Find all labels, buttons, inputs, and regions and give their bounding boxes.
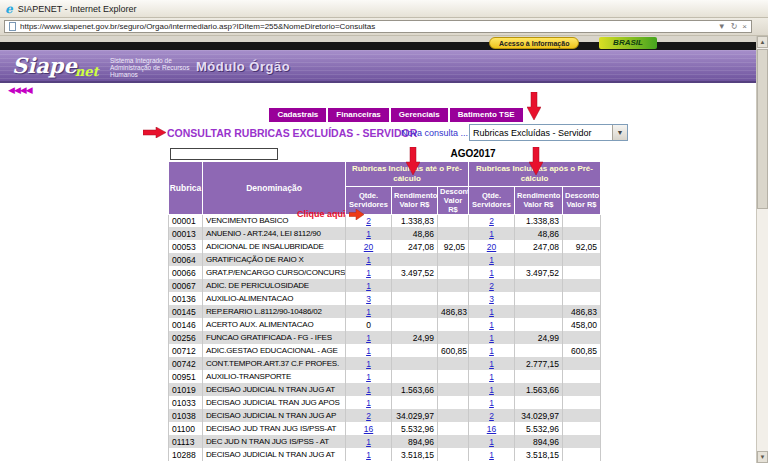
qtde-servidores-link[interactable]: 2 [489,281,494,291]
rubrica-cell: 00067 [169,279,203,292]
refresh-icon[interactable]: ↻ [731,23,738,31]
acesso-informacao-button[interactable]: Acesso à Informação [489,37,579,49]
qtde-servidores-link[interactable]: 1 [366,372,371,382]
desconto-cell [563,266,601,279]
filter-input[interactable] [170,148,278,160]
desconto-cell [438,422,469,435]
qtde-servidores-link[interactable]: 20 [487,242,496,252]
address-bar: https://www.siapenet.gov.br/seguro/Orgao… [0,18,768,36]
logo-net: net [75,64,99,79]
qtde-servidores-link[interactable]: 3 [489,294,494,304]
back-arrows-icon[interactable]: ◀◀◀◀ [8,85,32,95]
rendimento-cell: 3.497,52 [392,266,438,279]
qtde-servidores-link[interactable]: 1 [489,320,494,330]
qtde-cell: 20 [469,240,515,253]
qtde-servidores-link[interactable]: 1 [366,385,371,395]
qtde-servidores-link[interactable]: 16 [364,424,373,434]
qtde-servidores-link[interactable]: 1 [489,398,494,408]
qtde-servidores-link[interactable]: 1 [489,385,494,395]
qtde-servidores-link[interactable]: 1 [489,372,494,382]
scroll-down-icon[interactable]: ▼ [757,451,768,463]
qtde-servidores-link[interactable]: 16 [487,424,496,434]
denominacao-cell: ADIC. DE PERICULOSIDADE [203,279,346,292]
qtde-servidores-link[interactable]: 1 [489,268,494,278]
qtde-servidores-link[interactable]: 1 [366,398,371,408]
qtde-servidores-link[interactable]: 3 [366,294,371,304]
nav-tabs: CadastraisFinanceirasGerenciaisBatimento… [0,103,768,122]
qtde-cell: 1 [346,357,392,370]
scrollbar-thumb[interactable] [757,49,768,209]
vertical-scrollbar[interactable]: ▲ ▼ [756,36,768,463]
table-row: 00053ADICIONAL DE INSALUBRIDADE20247,089… [169,240,601,253]
qtde-cell: 0 [346,318,392,331]
rendimento-cell: 34.029,97 [515,409,563,422]
rubrica-cell: 00256 [169,331,203,344]
denominacao-cell: ADICIONAL DE INSALUBRIDADE [203,240,346,253]
url-input[interactable]: https://www.siapenet.gov.br/seguro/Orgao… [4,20,752,33]
desconto-cell [563,422,601,435]
table-row: 00742CONT.TEMPOR.ART.37 C.F PROFES.112.7… [169,357,601,370]
qtde-servidores-link[interactable]: 2 [366,216,371,226]
rubrica-cell: 00001 [169,214,203,227]
title-bar: e SIAPENET - Internet Explorer [0,0,768,18]
qtde-servidores-link[interactable]: 1 [366,333,371,343]
table-row: 01038DECISAO JUDICIAL N TRAN JUG AP234.0… [169,409,601,422]
qtde-servidores-link[interactable]: 1 [366,307,371,317]
denominacao-cell: DECISAO JUD TRAN JUG IS/PSS-AT [203,422,346,435]
qtde-servidores-link[interactable]: 1 [366,437,371,447]
qtde-servidores-link[interactable]: 1 [489,437,494,447]
rendimento-cell: 3.518,15 [515,448,563,461]
table-filter-cell [169,147,346,161]
nova-consulta-select[interactable]: Rubricas Excluídas - Servidor ▼ [469,124,628,141]
siapenet-header: Siapenet Sistema Integrado de Administra… [0,50,768,83]
autocomplete-dropdown-icon[interactable]: ▼ [718,23,726,31]
qtde-servidores-link[interactable]: 2 [489,411,494,421]
rubrica-cell: 10288 [169,448,203,461]
nav-tab-financeiras[interactable]: Financeiras [328,108,388,122]
qtde-servidores-link[interactable]: 20 [364,242,373,252]
qtde-servidores-link[interactable]: 1 [489,346,494,356]
desconto-cell [563,331,601,344]
desconto-cell: 92,05 [438,240,469,253]
nav-tab-gerenciais[interactable]: Gerenciais [391,108,448,122]
qtde-servidores-link[interactable]: 1 [366,255,371,265]
stop-icon[interactable]: × [742,23,747,31]
internet-explorer-icon: e [5,3,13,15]
qtde-cell: 1 [346,448,392,461]
desconto-cell: 486,83 [438,305,469,318]
nav-tab-batimento-tse[interactable]: Batimento TSE [450,108,523,122]
col-header-desconto-2: Desconto Valor R$ [563,186,601,214]
nav-tab-cadastrais[interactable]: Cadastrais [269,108,326,122]
rubrica-cell: 00064 [169,253,203,266]
qtde-cell: 1 [469,331,515,344]
qtde-servidores-link[interactable]: 2 [366,411,371,421]
qtde-servidores-link[interactable]: 1 [366,359,371,369]
qtde-cell: 2 [346,409,392,422]
table-row: 01100DECISAO JUD TRAN JUG IS/PSS-AT165.5… [169,422,601,435]
group-header-apos-pre-calculo: Rubricas Incluídas após o Pré-cálculo [469,161,601,186]
table-row: 00001VENCIMENTO BASICO21.338,8321.338,83 [169,214,601,227]
table-row: 00256FUNCAO GRATIFICADA - FG - IFES124,9… [169,331,601,344]
scroll-up-icon[interactable]: ▲ [757,36,768,48]
qtde-servidores-link[interactable]: 1 [489,333,494,343]
qtde-servidores-link[interactable]: 1 [489,359,494,369]
qtde-servidores-link[interactable]: 1 [366,346,371,356]
brasil-logo[interactable]: BRASIL [599,37,657,49]
rubrica-cell: 00013 [169,227,203,240]
qtde-servidores-link[interactable]: 1 [366,281,371,291]
qtde-servidores-link[interactable]: 1 [489,229,494,239]
chevron-down-icon[interactable]: ▼ [612,125,627,140]
qtde-cell: 1 [346,435,392,448]
qtde-servidores-link[interactable]: 1 [366,450,371,460]
desconto-cell: 458,00 [563,318,601,331]
qtde-servidores-link[interactable]: 1 [489,307,494,317]
qtde-servidores-link[interactable]: 1 [489,450,494,460]
rendimento-cell: 24,99 [515,331,563,344]
qtde-servidores-link[interactable]: 1 [366,268,371,278]
qtde-servidores-link[interactable]: 1 [366,229,371,239]
qtde-servidores-link[interactable]: 1 [489,255,494,265]
desconto-cell [438,357,469,370]
desconto-cell [438,448,469,461]
rubrica-cell: 00951 [169,370,203,383]
qtde-servidores-link[interactable]: 2 [489,216,494,226]
